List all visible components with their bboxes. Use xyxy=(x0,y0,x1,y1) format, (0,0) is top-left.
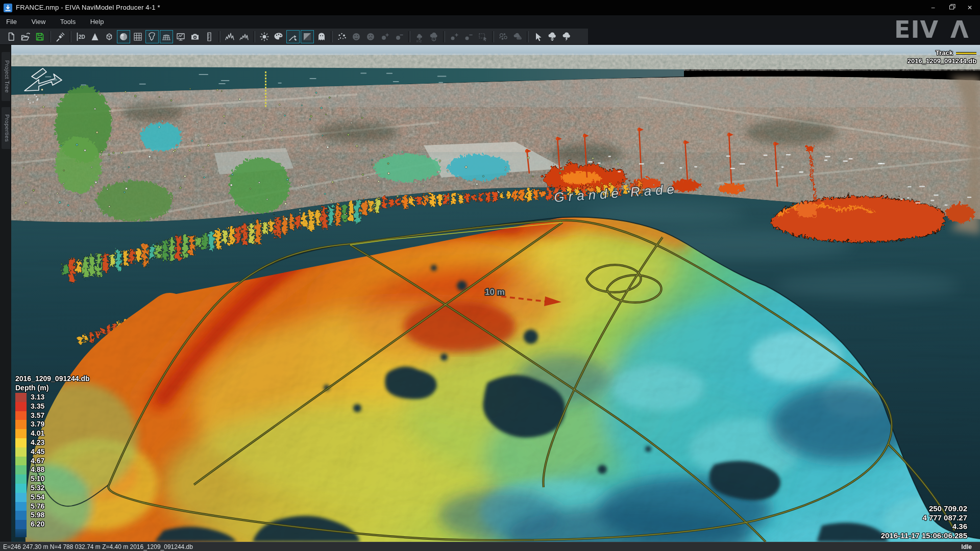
tool-bar: 2DXYZz EIVΛ xyxy=(0,29,980,45)
legend-entry: 4.67 xyxy=(15,457,112,466)
xyz-cloud-icon[interactable]: XYZ xyxy=(413,30,426,43)
legend-value: 3.57 xyxy=(31,411,44,420)
eiva-logo: EIVΛ xyxy=(893,15,975,44)
legend-title: 2016_1209_091244.db xyxy=(15,374,112,383)
scale-label: 10 m xyxy=(485,287,505,297)
legend-entry: 5.54 xyxy=(15,493,112,502)
legend-swatch xyxy=(15,465,27,474)
toolbar-separator xyxy=(253,31,255,42)
menu-file[interactable]: File xyxy=(0,15,23,26)
legend-entry: 4.23 xyxy=(15,438,112,447)
legend-entry: 5.32 xyxy=(15,484,112,493)
legend-swatch xyxy=(15,393,27,402)
point-add-icon[interactable] xyxy=(378,30,391,43)
toolbar-separator xyxy=(408,31,410,42)
save-icon[interactable] xyxy=(33,30,46,43)
legend-swatch xyxy=(15,520,27,529)
legend-swatch xyxy=(15,457,27,466)
cube-3d-icon[interactable] xyxy=(103,30,116,43)
toolbar-separator xyxy=(443,31,445,42)
track-legend: Track 2016_1209_091244.db xyxy=(908,49,976,65)
connect-plug-icon[interactable] xyxy=(54,30,67,43)
bubbles-icon[interactable] xyxy=(497,30,510,43)
cloud-move-icon[interactable] xyxy=(546,30,559,43)
geo-map-icon[interactable] xyxy=(145,30,159,43)
legend-entry: 5.76 xyxy=(15,502,112,511)
toolbar-separator xyxy=(49,31,51,42)
ruler-icon[interactable] xyxy=(203,30,216,43)
new-document-icon[interactable] xyxy=(5,30,18,43)
legend-entry: 6.20 xyxy=(15,520,112,529)
legend-swatch xyxy=(15,420,27,429)
viewport-3d[interactable]: Grande Rade 10 m 2016_1209_091244.db Dep… xyxy=(11,45,980,542)
legend-value: 5.54 xyxy=(31,493,44,502)
legend-entry: 4.88 xyxy=(15,465,112,474)
legend-value: 5.32 xyxy=(31,484,44,493)
legend-swatch xyxy=(15,484,27,493)
svg-text:XYZ: XYZ xyxy=(416,39,422,42)
svg-text:z: z xyxy=(433,37,434,41)
status-position: E=246 247.30 m N=4 788 032.74 m Z=4.40 m… xyxy=(3,543,193,550)
legend-swatch xyxy=(15,438,27,447)
legend-value: 6.20 xyxy=(31,520,44,529)
legend-value: 5.76 xyxy=(31,502,44,511)
legend-entry: 4.45 xyxy=(15,447,112,457)
smiley-icon[interactable] xyxy=(350,30,363,43)
menu-bar: File View Tools Help xyxy=(0,15,980,29)
cursor-arrow-icon[interactable] xyxy=(531,30,545,43)
legend-swatch xyxy=(15,493,27,502)
view-2d-icon[interactable]: 2D xyxy=(74,30,87,43)
palette-icon[interactable] xyxy=(272,30,285,43)
cloud-z-icon[interactable]: z xyxy=(427,30,440,43)
open-folder-icon[interactable] xyxy=(19,30,32,43)
node-remove-icon[interactable] xyxy=(462,30,475,43)
cloud-pair-icon[interactable] xyxy=(511,30,524,43)
mesh-grid-icon[interactable] xyxy=(160,30,173,43)
ghost-icon[interactable] xyxy=(315,30,328,43)
readout-depth: 4.36 xyxy=(881,522,967,531)
legend-swatch xyxy=(15,429,27,438)
cloud-lightning-icon[interactable] xyxy=(560,30,573,43)
monitor-chart-icon[interactable] xyxy=(174,30,187,43)
legend-swatch xyxy=(15,402,27,411)
menu-help[interactable]: Help xyxy=(84,15,110,26)
menu-view[interactable]: View xyxy=(25,15,52,26)
smiley-sad-icon[interactable] xyxy=(364,30,377,43)
legend-entry: 3.13 xyxy=(15,393,112,402)
camera-icon[interactable] xyxy=(188,30,202,43)
status-bar: E=246 247.30 m N=4 788 032.74 m Z=4.40 m… xyxy=(0,542,980,551)
readout-timestamp: 2016-11-17 15:06:06.285 xyxy=(881,531,967,540)
restore-button[interactable] xyxy=(945,3,960,12)
edit-arrow-icon[interactable] xyxy=(286,30,300,43)
tab-properties[interactable]: Properties xyxy=(2,107,10,149)
readout-easting: 250 709.02 xyxy=(881,504,967,513)
close-button[interactable]: ✕ xyxy=(963,3,977,12)
menu-tools[interactable]: Tools xyxy=(54,15,82,26)
select-region-icon[interactable] xyxy=(476,30,489,43)
tab-project-tree[interactable]: Project Tree xyxy=(2,52,10,101)
point-remove-icon[interactable] xyxy=(393,30,406,43)
svg-text:2D: 2D xyxy=(79,34,85,40)
status-state: Idle xyxy=(961,543,972,550)
legend-swatch xyxy=(15,502,27,511)
legend-entry: 5.10 xyxy=(15,474,112,484)
legend-entry: 4.01 xyxy=(15,429,112,438)
app-icon xyxy=(4,4,12,12)
brightness-sun-icon[interactable] xyxy=(258,30,271,43)
cursor-readout: 250 709.02 4 777 087.27 4.36 2016-11-17 … xyxy=(881,504,967,540)
track-label: Track xyxy=(936,49,953,57)
profile-wave-1-icon[interactable] xyxy=(223,30,236,43)
toolstrip: 2DXYZz xyxy=(0,29,588,45)
grid-icon[interactable] xyxy=(131,30,144,43)
cone-icon[interactable] xyxy=(88,30,102,43)
depth-legend: 2016_1209_091244.db Depth (m) 3.133.353.… xyxy=(15,374,112,537)
legend-swatch xyxy=(15,411,27,420)
shade-square-icon[interactable] xyxy=(301,30,314,43)
node-add-icon[interactable] xyxy=(448,30,461,43)
svg-text:EIV: EIV xyxy=(894,16,939,43)
scatter-points-icon[interactable] xyxy=(335,30,349,43)
minimize-button[interactable]: – xyxy=(926,3,940,12)
profile-wave-2-icon[interactable] xyxy=(237,30,251,43)
toolbar-separator xyxy=(218,31,220,42)
sphere-icon[interactable] xyxy=(117,30,130,43)
